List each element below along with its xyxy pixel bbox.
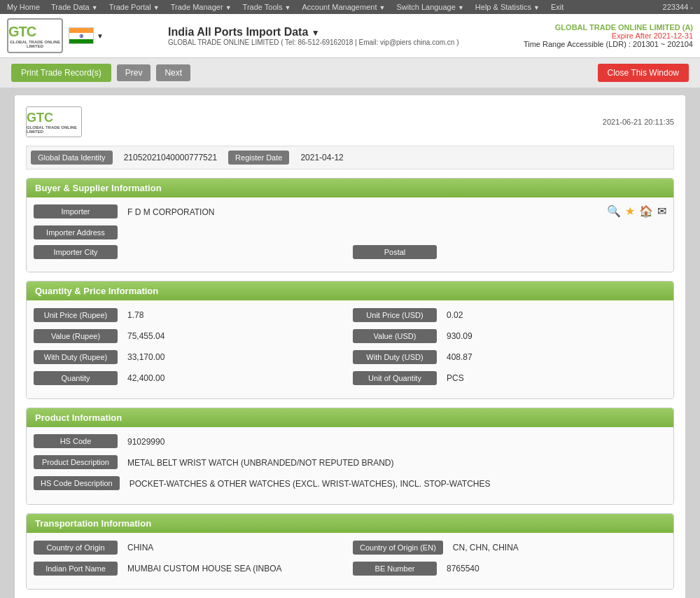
home-icon[interactable]: 🏠 [639, 204, 653, 218]
indian-port-label: Indian Port Name [34, 562, 118, 576]
record-datetime: 2021-06-21 20:11:35 [603, 118, 674, 126]
country-origin-en-half: Country of Origin (EN) CN, CHN, CHINA [353, 540, 666, 555]
importer-value: F D M CORPORATION [123, 204, 601, 220]
time-range: Time Range Accessible (LDR) : 201301 ~ 2… [524, 40, 693, 48]
with-duty-usd-label: With Duty (USD) [353, 350, 437, 364]
product-header: Product Information [27, 408, 673, 427]
nav-trade-tools[interactable]: Trade Tools ▼ [243, 3, 291, 11]
nav-trade-data[interactable]: Trade Data ▼ [51, 3, 98, 11]
expire-date: Expire After 2021-12-31 [524, 32, 693, 40]
buyer-supplier-body: Importer F D M CORPORATION 🔍 ★ 🏠 ✉ Impor… [27, 197, 673, 272]
importer-city-value [123, 249, 347, 255]
importer-city-label: Importer City [34, 245, 118, 259]
country-origin-value: CHINA [123, 540, 347, 555]
quantity-price-body: Unit Price (Rupee) 1.78 Unit Price (USD)… [27, 300, 673, 398]
prev-button-top[interactable]: Prev [117, 64, 151, 81]
quantity-label: Quantity [34, 371, 118, 385]
transportation-body: Country of Origin CHINA Country of Origi… [27, 533, 673, 589]
nav-my-home[interactable]: My Home [7, 3, 40, 11]
unit-of-quantity-value: PCS [442, 370, 666, 386]
value-usd-half: Value (USD) 930.09 [353, 328, 666, 344]
quantity-half: Quantity 42,400.00 [34, 370, 347, 386]
record-logo: GTC GLOBAL TRADE ONLINE LIMITED [26, 106, 82, 137]
with-duty-rupee-half: With Duty (Rupee) 33,170.00 [34, 349, 347, 365]
record-logo-subtext: GLOBAL TRADE ONLINE LIMITED [27, 125, 81, 134]
next-button-top[interactable]: Next [156, 64, 190, 81]
be-number-half: BE Number 8765540 [353, 561, 666, 576]
flag-dropdown-arrow: ▼ [97, 32, 104, 40]
top-navigation: My Home Trade Data ▼ Trade Portal ▼ Trad… [0, 0, 700, 14]
product-body: HS Code 91029990 Product Description MET… [27, 427, 673, 504]
nav-switch-language[interactable]: Switch Language ▼ [396, 3, 463, 11]
global-data-identity-value: 21052021040000777521 [118, 153, 223, 162]
value-rupee-label: Value (Rupee) [34, 329, 118, 343]
unit-price-rupee-half: Unit Price (Rupee) 1.78 [34, 307, 347, 323]
country-origin-en-value: CN, CHN, CHINA [449, 540, 666, 555]
logo-subtext: GLOBAL TRADE ONLINE LIMITED [8, 40, 62, 48]
nav-account-management[interactable]: Account Management ▼ [302, 3, 385, 11]
importer-city-row: Importer City Postal [34, 245, 666, 259]
unit-price-rupee-label: Unit Price (Rupee) [34, 308, 118, 322]
close-button-top[interactable]: Close This Window [598, 64, 689, 82]
email-icon[interactable]: ✉ [657, 204, 666, 218]
value-rupee-half: Value (Rupee) 75,455.04 [34, 328, 347, 344]
be-number-label: BE Number [353, 562, 437, 576]
header-right: GLOBAL TRADE ONLINE LIMITED (A) Expire A… [524, 23, 693, 48]
unit-of-quantity-label: Unit of Quantity [353, 371, 437, 385]
port-be-row: Indian Port Name MUMBAI CUSTOM HOUSE SEA… [34, 561, 666, 576]
unit-price-usd-label: Unit Price (USD) [353, 308, 437, 322]
importer-address-row: Importer Address [34, 225, 666, 239]
with-duty-rupee-value: 33,170.00 [123, 349, 347, 365]
register-date-label: Register Date [228, 151, 289, 165]
country-origin-label: Country of Origin [34, 541, 118, 555]
unit-price-rupee-value: 1.78 [123, 307, 347, 323]
unit-price-usd-half: Unit Price (USD) 0.02 [353, 307, 666, 323]
transportation-section: Transportation Information Country of Or… [26, 513, 674, 590]
logo-area: GTC GLOBAL TRADE ONLINE LIMITED ⊕ ▼ [7, 18, 161, 53]
importer-address-label: Importer Address [34, 225, 118, 239]
hs-code-value: 91029990 [123, 434, 666, 450]
search-icon[interactable]: 🔍 [607, 204, 621, 218]
flag-dropdown[interactable]: ⊕ ▼ [69, 27, 104, 44]
product-description-label: Product Description [34, 455, 118, 469]
buyer-supplier-header: Buyer & Supplier Information [27, 179, 673, 197]
with-duty-usd-half: With Duty (USD) 408.87 [353, 349, 666, 365]
print-button-top[interactable]: Print Trade Record(s) [11, 64, 111, 82]
product-section: Product Information HS Code 91029990 Pro… [26, 408, 674, 505]
title-dropdown-icon[interactable]: ▼ [312, 28, 320, 38]
nav-trade-manager[interactable]: Trade Manager ▼ [171, 3, 232, 11]
nav-exit[interactable]: Exit [551, 3, 564, 11]
quantity-value: 42,400.00 [123, 370, 347, 386]
record-header: GTC GLOBAL TRADE ONLINE LIMITED 2021-06-… [26, 106, 674, 137]
nav-help-statistics[interactable]: Help & Statistics ▼ [475, 3, 540, 11]
star-icon[interactable]: ★ [625, 204, 635, 218]
quantity-price-section: Quantity & Price Information Unit Price … [26, 281, 674, 399]
india-flag: ⊕ [69, 27, 94, 44]
header-bar: GTC GLOBAL TRADE ONLINE LIMITED ⊕ ▼ Indi… [0, 14, 700, 58]
identity-row: Global Data Identity 2105202104000077752… [26, 146, 674, 169]
product-description-row: Product Description METAL BELT WRIST WAT… [34, 455, 666, 471]
value-usd-label: Value (USD) [353, 329, 437, 343]
quantity-price-header: Quantity & Price Information [27, 281, 673, 300]
logo-text: GTC [8, 24, 62, 40]
unit-price-row: Unit Price (Rupee) 1.78 Unit Price (USD)… [34, 307, 666, 323]
header-title-area: India All Ports Import Data ▼ GLOBAL TRA… [161, 26, 524, 46]
company-logo: GTC GLOBAL TRADE ONLINE LIMITED [7, 18, 63, 53]
importer-address-value [123, 225, 666, 231]
importer-city-half: Importer City [34, 245, 347, 259]
transportation-header: Transportation Information [27, 514, 673, 533]
nav-links: My Home Trade Data ▼ Trade Portal ▼ Trad… [7, 3, 564, 11]
importer-label: Importer [34, 204, 118, 218]
main-content: GTC GLOBAL TRADE ONLINE LIMITED 2021-06-… [0, 88, 700, 598]
country-origin-en-label: Country of Origin (EN) [353, 541, 443, 555]
nav-trade-portal[interactable]: Trade Portal ▼ [109, 3, 160, 11]
be-number-value: 8765540 [442, 561, 666, 576]
postal-label: Postal [353, 245, 437, 259]
record-logo-text: GTC [27, 111, 81, 125]
header-subtitle: GLOBAL TRADE ONLINE LIMITED ( Tel: 86-51… [168, 39, 524, 46]
with-duty-row: With Duty (Rupee) 33,170.00 With Duty (U… [34, 349, 666, 365]
global-data-identity-label: Global Data Identity [31, 151, 113, 165]
user-id: 223344 - [663, 3, 693, 11]
hs-code-description-label: HS Code Description [34, 476, 120, 490]
page-title: India All Ports Import Data ▼ [168, 26, 524, 39]
